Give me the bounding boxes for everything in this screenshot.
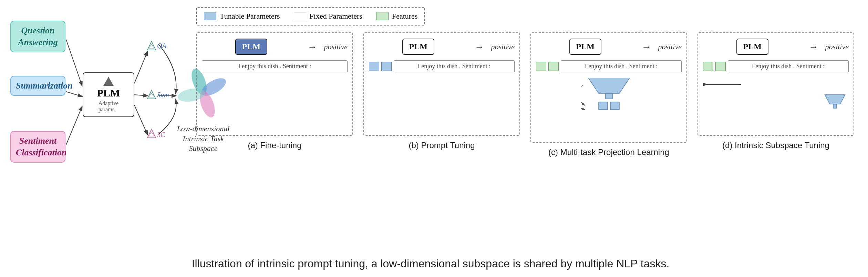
prompt-token-2 bbox=[381, 62, 392, 71]
plm-title: PLM bbox=[97, 87, 120, 99]
legend-fixed: Fixed Parameters bbox=[294, 12, 362, 21]
small-funnel bbox=[703, 94, 849, 115]
arrow-to-funnel bbox=[703, 76, 744, 93]
diagram-d-label: (d) Intrinsic Subspace Tuning bbox=[722, 141, 829, 150]
diagram-section: QuestionAnswering Summarization Sentimen… bbox=[7, 7, 854, 247]
diagram-b-label: (b) Prompt Tuning bbox=[409, 141, 475, 150]
svg-rect-15 bbox=[599, 102, 608, 110]
features-label: Features bbox=[392, 12, 418, 21]
small-funnel-svg bbox=[821, 94, 849, 115]
plm-triangle-icon bbox=[103, 77, 114, 86]
left-panel: QuestionAnswering Summarization Sentimen… bbox=[7, 7, 186, 200]
diagrams-row: PLM → positive I enjoy this dish . Senti… bbox=[196, 32, 854, 157]
diagram-a-plm: PLM bbox=[235, 39, 267, 55]
diagram-b-input: I enjoy this dish . Sentiment : bbox=[394, 60, 515, 72]
diagram-b-plm: PLM bbox=[402, 39, 434, 55]
diagram-c: PLM → positive I enjoy this dish . Senti… bbox=[530, 32, 687, 157]
diagram-d-output: positive bbox=[825, 42, 849, 51]
tunable-label: Tunable Parameters bbox=[220, 12, 280, 21]
plm-subtitle: Adaptiveparams bbox=[99, 100, 119, 113]
fixed-box-icon bbox=[294, 12, 306, 20]
svg-rect-14 bbox=[606, 93, 612, 99]
diagram-b-output: positive bbox=[491, 42, 515, 51]
fixed-label: Fixed Parameters bbox=[310, 12, 362, 21]
diagram-d-plm-row: PLM → positive bbox=[703, 39, 849, 55]
d-feature-token-1 bbox=[703, 62, 713, 71]
task-qa-label: QuestionAnswering bbox=[18, 25, 58, 47]
diagram-d-inner: PLM → positive I enjoy this dish . Senti… bbox=[698, 32, 854, 136]
diagram-a-input: I enjoy this dish . Sentiment : bbox=[202, 60, 348, 72]
features-box-icon bbox=[376, 12, 389, 20]
task-sc-label: SentimentClassification bbox=[16, 136, 66, 157]
svg-text:Sum: Sum bbox=[157, 91, 169, 99]
diagram-c-plm-row: PLM → positive bbox=[536, 39, 682, 55]
feature-token-1 bbox=[536, 62, 546, 71]
funnel-svg-c bbox=[581, 78, 637, 116]
task-sum-label: Summarization bbox=[16, 81, 73, 91]
funnel-container-c bbox=[536, 78, 682, 116]
diagram-d-arrow-left bbox=[703, 76, 849, 93]
d-feature-token-2 bbox=[715, 62, 726, 71]
svg-marker-4 bbox=[149, 93, 154, 97]
svg-marker-3 bbox=[147, 90, 156, 99]
caption: Illustration of intrinsic prompt tuning,… bbox=[7, 257, 854, 270]
right-panel: Tunable Parameters Fixed Parameters Feat… bbox=[186, 7, 854, 157]
svg-marker-17 bbox=[825, 94, 845, 104]
plm-box: PLM Adaptiveparams bbox=[83, 72, 134, 117]
svg-marker-13 bbox=[588, 78, 630, 93]
legend-features: Features bbox=[376, 12, 418, 21]
legend-row: Tunable Parameters Fixed Parameters Feat… bbox=[196, 7, 425, 25]
diagram-a: PLM → positive I enjoy this dish . Senti… bbox=[196, 32, 353, 150]
diagram-a-output: positive bbox=[324, 42, 348, 51]
diagram-c-arrow: → bbox=[642, 41, 651, 52]
svg-marker-1 bbox=[149, 44, 154, 48]
svg-rect-18 bbox=[833, 104, 837, 108]
diagram-d-plm: PLM bbox=[736, 39, 768, 55]
diagram-c-input: I enjoy this dish . Sentiment : bbox=[561, 60, 682, 72]
task-qa-box: QuestionAnswering bbox=[10, 21, 65, 52]
diagram-b-arrow: → bbox=[475, 41, 484, 52]
svg-text:SC: SC bbox=[157, 131, 165, 138]
diagram-d: PLM → positive I enjoy this dish . Senti… bbox=[698, 32, 854, 150]
main-container: QuestionAnswering Summarization Sentimen… bbox=[0, 0, 868, 277]
diagram-c-plm: PLM bbox=[569, 39, 601, 55]
tunable-box-icon bbox=[204, 12, 216, 20]
svg-marker-0 bbox=[147, 41, 156, 50]
diagram-c-inner: PLM → positive I enjoy this dish . Senti… bbox=[530, 32, 687, 143]
diagram-b-plm-row: PLM → positive bbox=[369, 39, 515, 55]
diagram-d-arrow: → bbox=[809, 41, 818, 52]
svg-marker-6 bbox=[147, 129, 156, 138]
diagram-d-input: I enjoy this dish . Sentiment : bbox=[728, 60, 849, 72]
svg-text:QA: QA bbox=[157, 42, 166, 50]
svg-marker-7 bbox=[149, 132, 154, 136]
task-sum-box: Summarization bbox=[10, 76, 65, 96]
diagram-a-label: (a) Fine-tuning bbox=[248, 141, 301, 150]
diagram-a-arrow: → bbox=[308, 41, 317, 52]
prompt-token-1 bbox=[369, 62, 379, 71]
legend-tunable: Tunable Parameters bbox=[204, 12, 280, 21]
svg-rect-16 bbox=[610, 102, 619, 110]
task-sc-box: SentimentClassification bbox=[10, 131, 65, 163]
diagram-c-label: (c) Multi-task Projection Learning bbox=[548, 147, 669, 157]
diagram-b-inner: PLM → positive I enjoy this dish . Senti… bbox=[363, 32, 520, 136]
diagram-b: PLM → positive I enjoy this dish . Senti… bbox=[363, 32, 520, 150]
diagram-a-plm-row: PLM → positive bbox=[202, 39, 348, 55]
diagram-c-output: positive bbox=[658, 42, 682, 51]
feature-token-2 bbox=[548, 62, 559, 71]
diagram-a-inner: PLM → positive I enjoy this dish . Senti… bbox=[196, 32, 353, 136]
